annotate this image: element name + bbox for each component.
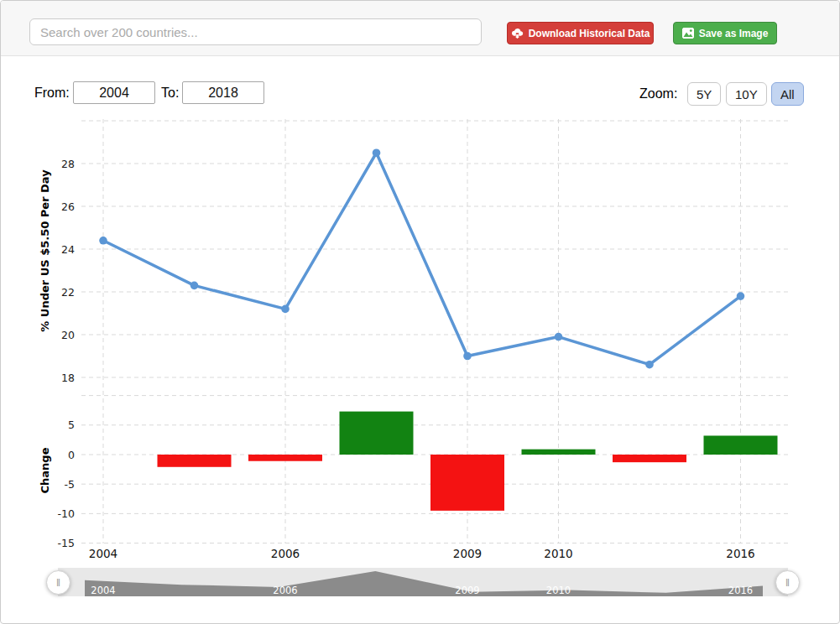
svg-text:-5: -5 <box>65 478 75 491</box>
change-bar[interactable] <box>158 455 232 467</box>
change-bar-series[interactable] <box>158 412 778 511</box>
line-series[interactable] <box>99 148 744 368</box>
data-point-marker[interactable] <box>645 361 654 369</box>
grip-icon: ‖ <box>785 577 790 589</box>
y-axis-titles: % Under US $5.50 Per DayChange <box>39 169 51 494</box>
svg-text:2010: 2010 <box>544 547 572 560</box>
svg-text:2009: 2009 <box>453 547 482 560</box>
data-point-marker[interactable] <box>99 237 107 245</box>
svg-text:Change: Change <box>39 447 51 493</box>
svg-text:-15: -15 <box>58 537 75 549</box>
svg-text:24: 24 <box>61 243 75 256</box>
svg-text:2006: 2006 <box>271 547 300 560</box>
svg-text:28: 28 <box>61 158 75 170</box>
svg-text:-10: -10 <box>58 507 75 520</box>
svg-text:0: 0 <box>68 449 75 461</box>
svg-text:5: 5 <box>68 419 75 431</box>
x-axis-labels: 20042006200920102016 <box>89 547 755 560</box>
navigator-left-handle[interactable]: ‖ <box>46 570 70 595</box>
svg-text:20: 20 <box>61 329 75 341</box>
change-bar[interactable] <box>248 455 322 461</box>
svg-text:2004: 2004 <box>89 547 117 560</box>
svg-text:% Under US $5.50 Per Day: % Under US $5.50 Per Day <box>39 169 51 332</box>
change-bar[interactable] <box>340 412 414 455</box>
change-bar[interactable] <box>522 450 596 455</box>
data-point-marker[interactable] <box>190 282 199 290</box>
svg-text:22: 22 <box>61 286 75 299</box>
grip-icon: ‖ <box>56 577 60 589</box>
svg-text:2016: 2016 <box>726 547 754 560</box>
data-point-marker[interactable] <box>555 333 563 341</box>
country-poverty-chart-page: Download Historical Data Save as Image F… <box>0 0 840 624</box>
svg-text:18: 18 <box>61 372 75 384</box>
change-bar[interactable] <box>613 455 686 462</box>
change-bar[interactable] <box>704 435 778 455</box>
navigator-right-handle[interactable]: ‖ <box>775 570 800 595</box>
chart-canvas[interactable]: 28262422201850-5-10-15200420062009201020… <box>1 1 840 568</box>
data-point-marker[interactable] <box>737 292 745 300</box>
navigator-track[interactable] <box>58 568 788 596</box>
change-gridlines: 50-5-10-15 <box>58 396 788 549</box>
data-point-marker[interactable] <box>373 148 381 157</box>
svg-text:26: 26 <box>61 200 75 213</box>
data-point-marker[interactable] <box>281 305 290 314</box>
change-bar[interactable] <box>430 455 504 511</box>
x-gridlines <box>103 119 741 543</box>
data-point-marker[interactable] <box>463 352 472 361</box>
